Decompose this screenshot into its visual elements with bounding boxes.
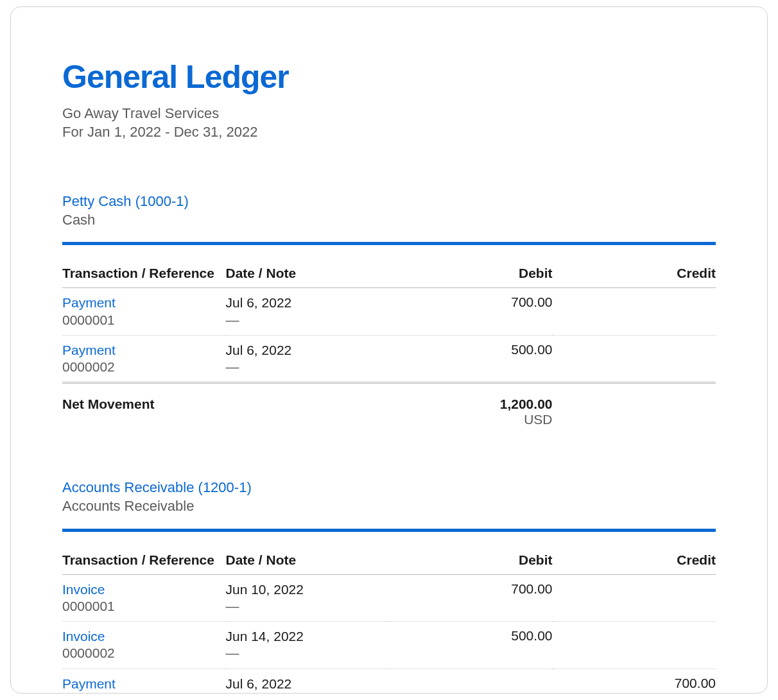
account-name-link[interactable]: Accounts Receivable (1200-1) — [62, 479, 716, 497]
net-movement-value-col: 1,200.00USD — [389, 397, 553, 427]
company-name: Go Away Travel Services — [62, 105, 716, 123]
col-header-date: Date / Note — [226, 552, 390, 575]
date-range: For Jan 1, 2022 - Dec 31, 2022 — [62, 123, 716, 142]
account-type: Accounts Receivable — [62, 497, 716, 516]
ledger-table: Transaction / ReferenceDate / NoteDebitC… — [62, 552, 716, 694]
transaction-link[interactable]: Invoice — [62, 581, 226, 598]
table-row: Payment0000001Jul 6, 2022—700.00 — [62, 669, 716, 694]
table-row: Payment0000002Jul 6, 2022—500.00 — [62, 335, 716, 383]
net-movement-value: 1,200.00 — [389, 397, 553, 412]
transaction-date: Jun 10, 2022 — [226, 581, 390, 598]
cell-date: Jun 14, 2022— — [226, 622, 390, 669]
transaction-reference: 0000002 — [62, 645, 226, 662]
transaction-note: — — [226, 312, 390, 329]
ledger-table: Transaction / ReferenceDate / NoteDebitC… — [62, 266, 716, 384]
account-type: Cash — [62, 211, 716, 230]
transaction-note: — — [226, 359, 390, 375]
col-header-debit: Debit — [389, 552, 553, 575]
transaction-date: Jun 14, 2022 — [226, 628, 390, 645]
transaction-note: — — [226, 645, 390, 662]
transaction-reference: 0000001 — [62, 692, 226, 694]
net-movement-row: Net Movement1,200.00USD — [62, 397, 716, 427]
account-name-link[interactable]: Petty Cash (1000-1) — [62, 192, 716, 211]
cell-credit — [553, 335, 716, 383]
col-header-credit: Credit — [553, 266, 716, 288]
transaction-date: Jul 6, 2022 — [226, 342, 390, 359]
report-card: General Ledger Go Away Travel Services F… — [10, 6, 768, 694]
transaction-date: Jul 6, 2022 — [226, 295, 390, 311]
col-header-transaction: Transaction / Reference — [62, 266, 226, 288]
table-row: Payment0000001Jul 6, 2022—700.00 — [62, 288, 716, 336]
cell-date: Jul 6, 2022— — [226, 335, 390, 383]
transaction-note: — — [226, 692, 390, 694]
page-title: General Ledger — [62, 58, 716, 96]
account-divider — [62, 242, 716, 245]
cell-transaction: Invoice0000001 — [62, 574, 226, 622]
transaction-reference: 0000002 — [62, 359, 226, 375]
col-header-debit: Debit — [389, 266, 553, 288]
cell-transaction: Payment0000001 — [62, 669, 226, 694]
cell-date: Jul 6, 2022— — [226, 669, 390, 694]
cell-date: Jun 10, 2022— — [226, 574, 390, 622]
cell-credit — [553, 622, 716, 669]
account-section: Accounts Receivable (1200-1)Accounts Rec… — [62, 479, 716, 694]
cell-transaction: Invoice0000002 — [62, 622, 226, 669]
cell-debit: 700.00 — [389, 288, 553, 336]
cell-debit: 500.00 — [389, 335, 553, 383]
net-movement-currency: USD — [389, 412, 553, 427]
cell-credit — [553, 288, 716, 336]
transaction-reference: 0000001 — [62, 312, 226, 329]
transaction-link[interactable]: Payment — [62, 676, 226, 692]
transaction-link[interactable]: Payment — [62, 342, 226, 359]
cell-debit: 500.00 — [389, 622, 553, 669]
cell-date: Jul 6, 2022— — [226, 288, 390, 336]
cell-transaction: Payment0000001 — [62, 288, 226, 336]
col-header-date: Date / Note — [226, 266, 390, 288]
cell-debit — [389, 669, 553, 694]
table-row: Invoice0000001Jun 10, 2022—700.00 — [62, 574, 716, 622]
net-movement-label: Net Movement — [62, 397, 389, 412]
col-header-transaction: Transaction / Reference — [62, 552, 226, 575]
cell-credit: 700.00 — [553, 669, 716, 694]
transaction-date: Jul 6, 2022 — [226, 676, 390, 692]
account-divider — [62, 529, 716, 532]
cell-debit: 700.00 — [389, 574, 553, 622]
transaction-reference: 0000001 — [62, 598, 226, 615]
col-header-credit: Credit — [553, 552, 716, 575]
cell-credit — [553, 574, 716, 622]
table-row: Invoice0000002Jun 14, 2022—500.00 — [62, 622, 716, 669]
account-section: Petty Cash (1000-1)CashTransaction / Ref… — [62, 192, 716, 427]
transaction-link[interactable]: Payment — [62, 295, 226, 311]
transaction-note: — — [226, 598, 390, 615]
cell-transaction: Payment0000002 — [62, 335, 226, 383]
transaction-link[interactable]: Invoice — [62, 628, 226, 645]
